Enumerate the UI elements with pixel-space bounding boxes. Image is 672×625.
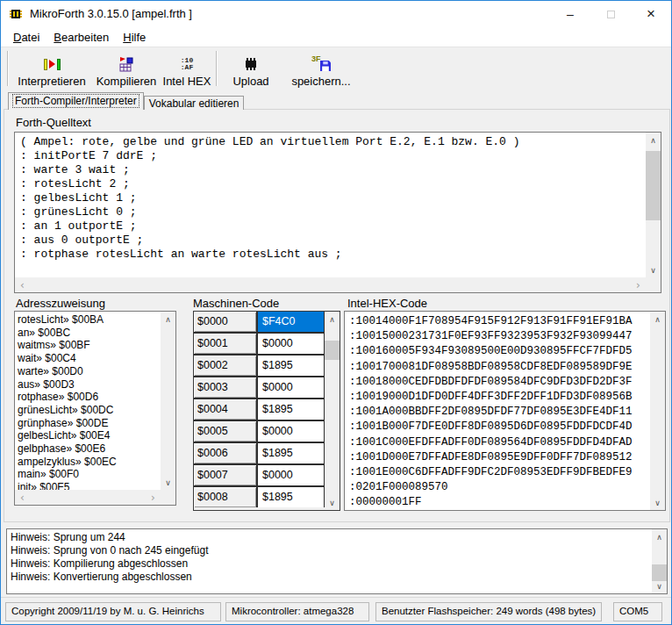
address-list-item[interactable]: rotphase» $00D6 — [18, 391, 161, 404]
intel-hex-text[interactable]: :10014000F1F708954F915F912F913F91FF91EF9… — [345, 312, 650, 510]
tab-forth-compiler-interpreter[interactable]: Forth-Compiler/Interpreter — [8, 92, 144, 110]
scroll-right-icon[interactable] — [146, 490, 161, 505]
machine-code-address-cell: $0005 — [194, 421, 256, 442]
menu-datei[interactable]: Datei — [6, 29, 46, 46]
status-copyright: Copyright 2009/11/19 by M. u. G. Heinric… — [5, 602, 221, 621]
machine-code-value-cell[interactable]: $F4C0 — [258, 312, 324, 332]
title-bar: MikroForth 3.0.15.0 [ampel.frth ] — [1, 1, 671, 27]
machine-code-address-cell: $0002 — [194, 356, 256, 376]
intel-hex-line: :1001A000BBDFF2DF0895DFDF77DF0895E3DFE4D… — [349, 405, 650, 420]
intel-hex-line: :1001C000EFDFFADFF0DF089564DF0895FDDFD4D… — [349, 435, 650, 450]
hints-box: Hinweis: Sprung um 244Hinweis: Sprung vo… — [6, 528, 668, 594]
scroll-down-icon[interactable] — [325, 495, 340, 510]
machine-code-vertical-scrollbar[interactable] — [325, 312, 340, 510]
intel-hex-icon: :10 :AF — [181, 55, 193, 74]
scroll-up-icon[interactable] — [646, 133, 661, 147]
save-3f-text: 3F — [311, 54, 321, 63]
machine-code-value-cell[interactable]: $0000 — [258, 377, 324, 398]
scroll-left-icon[interactable] — [15, 277, 30, 292]
compile-button[interactable]: Kompilieren — [92, 49, 161, 88]
source-vertical-scrollbar[interactable] — [646, 133, 661, 277]
scroll-up-icon[interactable] — [650, 312, 665, 327]
machine-code-value-cell[interactable]: $0000 — [258, 334, 324, 354]
source-line: : initPortE 7 ddrE ; — [20, 149, 646, 163]
scrollbar-corner — [161, 490, 175, 505]
scroll-down-icon[interactable] — [652, 578, 667, 593]
minimize-button[interactable] — [550, 1, 590, 27]
address-list-item[interactable]: waitms» $00BF — [18, 339, 161, 352]
menu-bearbeiten[interactable]: Bearbeiten — [46, 29, 116, 46]
hint-line: Hinweis: Sprung von 0 nach 245 eingefügt — [11, 544, 652, 557]
toolbar: Interpretieren Kompilieren :10 :AF Intel… — [1, 47, 671, 89]
maximize-button[interactable] — [590, 1, 631, 27]
machine-code-panel-label: Maschinen-Code — [193, 297, 279, 310]
upload-button[interactable]: Upload — [220, 49, 282, 88]
hints-list[interactable]: Hinweis: Sprung um 244Hinweis: Sprung vo… — [7, 529, 652, 593]
hint-line: Hinweis: Kompilierung abgeschlossen — [11, 557, 652, 571]
scroll-thumb[interactable] — [325, 341, 340, 360]
address-list-item[interactable]: gelbphase» $00E6 — [18, 442, 161, 456]
address-horizontal-scrollbar[interactable] — [15, 490, 161, 505]
machine-code-value-cell[interactable]: $1895 — [258, 356, 324, 376]
scroll-up-icon[interactable] — [161, 312, 175, 327]
scroll-down-icon[interactable] — [161, 475, 175, 490]
app-chip-icon[interactable] — [9, 7, 23, 21]
source-line: : rotesLicht 2 ; — [20, 177, 646, 191]
machine-code-cells: $0000 $F4C0 $0001 $0000 $0002 $1895 $000… — [194, 312, 325, 507]
machine-code-value-cell[interactable]: $1895 — [258, 443, 324, 463]
forth-source-editor: ( Ampel: rote, gelbe und grüne LED an vi… — [14, 132, 661, 293]
hex-vertical-scrollbar[interactable] — [650, 312, 665, 510]
address-list-item[interactable]: grünphase» $00DE — [18, 417, 161, 430]
address-list-item[interactable]: an» $00BC — [18, 327, 161, 340]
intel-hex-button[interactable]: :10 :AF Intel HEX — [161, 49, 213, 88]
address-list-item[interactable]: ampelzyklus» $00EC — [18, 456, 161, 469]
machine-code-address-cell: $0000 — [194, 312, 256, 332]
address-list[interactable]: rotesLicht» $00BAan» $00BCwaitms» $00BFw… — [15, 312, 161, 490]
machine-code-value-cell[interactable]: $1895 — [258, 487, 324, 507]
status-com-port: COM5 — [613, 602, 662, 621]
address-list-item[interactable]: grünesLicht» $00DC — [18, 404, 161, 417]
scrollbar-corner — [646, 277, 661, 292]
interpret-button[interactable]: Interpretieren — [11, 49, 92, 88]
save-floppy-icon: 3F — [311, 56, 331, 74]
machine-code-value-cell[interactable]: $0000 — [258, 421, 324, 442]
source-horizontal-scrollbar[interactable] — [15, 277, 646, 292]
menu-hilfe[interactable]: Hilfe — [116, 29, 153, 46]
address-list-item[interactable]: warte» $00D0 — [18, 365, 161, 378]
scroll-up-icon[interactable] — [652, 529, 667, 544]
source-text[interactable]: ( Ampel: rote, gelbe und grüne LED an vi… — [15, 133, 646, 277]
intel-hex-line: :1001D000E7DFFADFE8DF0895E9DFF0DFF7DF089… — [349, 450, 650, 465]
interpret-icon — [44, 55, 61, 74]
hints-vertical-scrollbar[interactable] — [652, 529, 667, 593]
window-title: MikroForth 3.0.15.0 [ampel.frth ] — [30, 7, 192, 20]
compile-label: Kompilieren — [97, 75, 157, 88]
close-button[interactable] — [631, 1, 671, 27]
address-list-item[interactable]: rotesLicht» $00BA — [18, 313, 161, 327]
scroll-down-icon[interactable] — [650, 495, 665, 510]
tab-bar: Forth-Compiler/Interpreter Vokabular edi… — [8, 92, 244, 110]
save-button[interactable]: 3F speichern... — [282, 49, 361, 88]
intel-hex-line: :10015000231731F0EF93FF9323953F932F93099… — [349, 329, 650, 344]
scroll-left-icon[interactable] — [15, 490, 30, 505]
address-list-item[interactable]: aus» $00D3 — [18, 378, 161, 392]
intel-hex-line: :1001B000F7DFE0DFF8DF0895D6DF0895FDDFDCD… — [349, 420, 650, 435]
compile-icon — [118, 55, 134, 74]
address-vertical-scrollbar[interactable] — [161, 312, 175, 490]
tab-vokabular-editieren[interactable]: Vokabular editieren — [144, 96, 245, 110]
scroll-up-icon[interactable] — [325, 312, 340, 327]
scroll-right-icon[interactable] — [631, 277, 646, 292]
menu-bar: Datei Bearbeiten Hilfe — [1, 27, 671, 47]
address-list-item[interactable]: main» $00F0 — [18, 468, 161, 481]
source-line: : grünesLicht 0 ; — [20, 205, 646, 219]
address-list-item[interactable]: gelbesLicht» $00E4 — [18, 429, 161, 442]
address-list-item[interactable]: init» $00F5 — [18, 481, 161, 490]
tab-label: Vokabular editieren — [149, 97, 239, 110]
status-bar: Copyright 2009/11/19 by M. u. G. Heinric… — [1, 597, 671, 624]
scroll-thumb[interactable] — [646, 151, 661, 220]
scroll-down-icon[interactable] — [646, 262, 661, 277]
machine-code-value-cell[interactable]: $1895 — [258, 399, 324, 420]
address-list-item[interactable]: wait» $00C4 — [18, 352, 161, 365]
toolbar-separator — [216, 51, 218, 86]
save-label: speichern... — [291, 75, 350, 88]
machine-code-value-cell[interactable]: $0000 — [258, 465, 324, 485]
